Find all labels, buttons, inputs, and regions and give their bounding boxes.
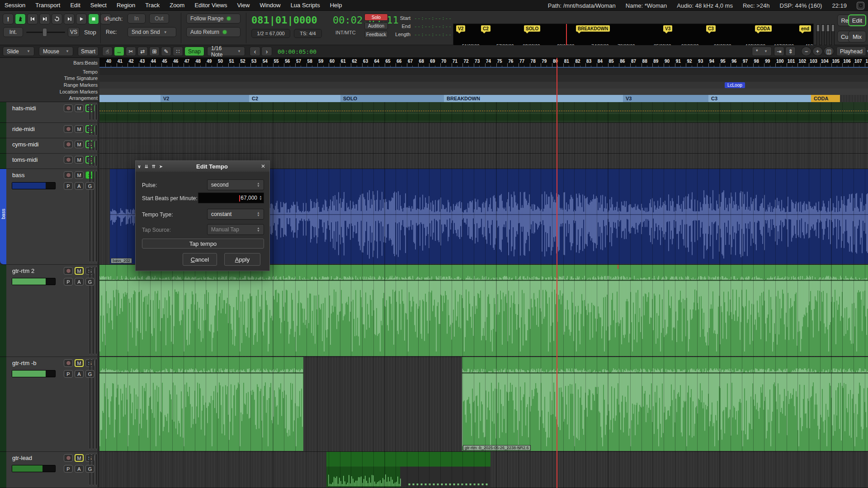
punch-out-button[interactable]: Out [149, 14, 169, 23]
tap-tempo-button[interactable]: Tap tempo [142, 239, 264, 249]
arrangement-ruler[interactable]: V2C2SOLOBREAKDOWNV3C3CODA [99, 95, 868, 102]
arrangement-section-coda[interactable]: CODA [811, 95, 840, 102]
zoom-to-session-button[interactable]: ◫ [824, 47, 834, 56]
zoom-out-button[interactable]: − [801, 47, 811, 56]
draw-tool[interactable]: ✎ [161, 47, 171, 56]
track-header-hats-midi[interactable]: hats-midiMS [6, 102, 98, 123]
playhead-cursor[interactable] [557, 58, 557, 488]
ruler-label-time-signature[interactable]: Time Signature [7, 75, 98, 81]
arrangement-section-breakdown[interactable]: BREAKDOWN [444, 95, 623, 102]
audio-region[interactable] [99, 102, 868, 122]
menu-transport[interactable]: Transport [35, 2, 60, 9]
zoom-focus-dropdown[interactable]: Playhead▼ [836, 47, 866, 56]
metronome-button[interactable] [15, 14, 26, 24]
zoom-preset-dropdown[interactable]: *▼ [752, 47, 772, 56]
menu-window[interactable]: Window [259, 2, 280, 9]
edit-tool[interactable]: ∷ [173, 47, 183, 56]
track-header-bass[interactable]: bassMSPAG [6, 169, 98, 265]
ruler-label-tempo[interactable]: Tempo [7, 69, 98, 75]
goto-start-button[interactable] [27, 14, 38, 24]
nudge-forward-button[interactable]: › [261, 47, 272, 56]
arrangement-section-solo[interactable]: SOLO [340, 95, 444, 102]
track-content-gtr-lead[interactable] [99, 452, 868, 488]
audio-region[interactable] [99, 265, 868, 357]
audition-button[interactable]: Audition [364, 22, 388, 29]
audio-region[interactable] [326, 452, 491, 488]
sync-int-button[interactable]: Int. [3, 27, 23, 37]
grid-dropdown[interactable]: 1/16 Note▼ [207, 47, 245, 56]
playlist-button[interactable]: P [64, 182, 73, 190]
arrangement-section-v3[interactable]: V3 [623, 95, 708, 102]
mini-marker-breakdown[interactable]: BREAKDOWN [576, 25, 610, 32]
record-enable-button[interactable] [64, 171, 73, 179]
stretch-tool[interactable]: ⇄ [137, 47, 148, 56]
group-button[interactable]: G [85, 278, 94, 286]
automation-button[interactable]: A [75, 370, 84, 378]
mini-marker-end[interactable]: end [799, 25, 811, 32]
play-range-button[interactable] [64, 14, 75, 24]
group-button[interactable]: G [85, 182, 94, 190]
mini-marker-coda[interactable]: CODA [755, 25, 772, 32]
range-tool[interactable]: ↔ [114, 47, 124, 56]
menu-region[interactable]: Region [117, 2, 135, 9]
nudge-clock[interactable]: 00:00:05:00 [278, 48, 316, 55]
mouse-mode-dropdown[interactable]: Mouse▼ [39, 47, 73, 56]
automation-button[interactable]: A [75, 182, 84, 190]
range-length-value[interactable]: --:--:--:-- [414, 32, 452, 38]
loop-range-marker[interactable]: LcLoop [725, 82, 745, 88]
tempo-type-dropdown[interactable]: constant▲▼ [207, 209, 264, 220]
record-enable-button[interactable] [64, 125, 73, 133]
auto-return-toggle[interactable]: Auto Return [186, 27, 241, 37]
mute-button[interactable]: M [75, 141, 84, 148]
menu-track[interactable]: Track [145, 2, 160, 9]
track-content-ride-midi[interactable] [99, 123, 868, 138]
mini-marker-v3[interactable]: V3 [663, 25, 672, 32]
smart-mode-button[interactable]: Smart [78, 47, 99, 56]
move-tool[interactable]: ⊞ [149, 47, 160, 56]
ruler-label-bars-beats[interactable]: Bars:Beats [7, 60, 98, 66]
mini-marker-v2[interactable]: V2 [456, 25, 465, 32]
record-enable-button[interactable] [64, 141, 73, 148]
cancel-button[interactable]: Cancel [183, 253, 217, 266]
gain-fader[interactable] [12, 182, 56, 189]
timesig-readout[interactable]: TS: 4/4 [294, 29, 322, 38]
record-enable-button[interactable] [64, 267, 73, 275]
mute-button[interactable]: M [75, 267, 84, 275]
track-header-cyms-midi[interactable]: cyms-midiMS [6, 138, 98, 154]
range-end-value[interactable]: --:--:--:-- [414, 23, 452, 29]
track-color-strip-bass[interactable]: bass [0, 169, 6, 265]
track-content-cyms-midi[interactable] [99, 138, 868, 154]
fit-vertical-icon-button[interactable]: ⇥ [774, 47, 784, 56]
arrangement-section-c3[interactable]: C3 [708, 95, 811, 102]
ruler-label-location-markers[interactable]: Location Markers [7, 89, 98, 94]
snap-toggle-button[interactable]: Snap [184, 47, 204, 56]
menu-edit[interactable]: Edit [70, 2, 80, 9]
ruler-label-range-markers[interactable]: Range Markers [7, 82, 98, 88]
mini-marker-solo[interactable]: SOLO [524, 25, 540, 32]
primary-clock[interactable]: 081|01|0000 [251, 14, 317, 26]
goto-end-button[interactable] [39, 14, 50, 24]
mute-button[interactable]: M [75, 359, 84, 367]
menu-help[interactable]: Help [330, 2, 342, 9]
record-enable-button[interactable] [64, 104, 73, 112]
tempo-readout[interactable]: 1/2 = 67,000 [251, 29, 290, 38]
playlist-button[interactable]: P [64, 465, 73, 473]
pin-icon[interactable]: ➤ [157, 164, 165, 169]
track-header-gtr-rtm--b[interactable]: gtr-rtm -bMSPAG [6, 357, 98, 452]
audio-region[interactable] [99, 357, 303, 451]
cut-tool[interactable]: ✂ [126, 47, 136, 56]
loop-button[interactable] [52, 14, 62, 24]
playlist-button[interactable]: P [64, 370, 73, 378]
track-header-toms-midi[interactable]: toms-midiMS [6, 154, 98, 169]
track-content-gtr-rtm-2[interactable] [99, 265, 868, 357]
gain-fader[interactable] [12, 370, 56, 377]
mute-button[interactable]: M [75, 104, 84, 112]
playlist-button[interactable]: P [64, 278, 73, 286]
bars-beats-ruler[interactable]: 4041424344454647484950515253545556575859… [99, 58, 868, 68]
feedback-button[interactable]: Feedback [364, 31, 388, 38]
menu-zoom[interactable]: Zoom [170, 2, 184, 9]
mute-button[interactable]: M [75, 156, 84, 164]
menu-select[interactable]: Select [90, 2, 107, 9]
grab-tool[interactable]: ☝ [102, 47, 113, 56]
menu-editor-views[interactable]: Editor Views [194, 2, 227, 9]
